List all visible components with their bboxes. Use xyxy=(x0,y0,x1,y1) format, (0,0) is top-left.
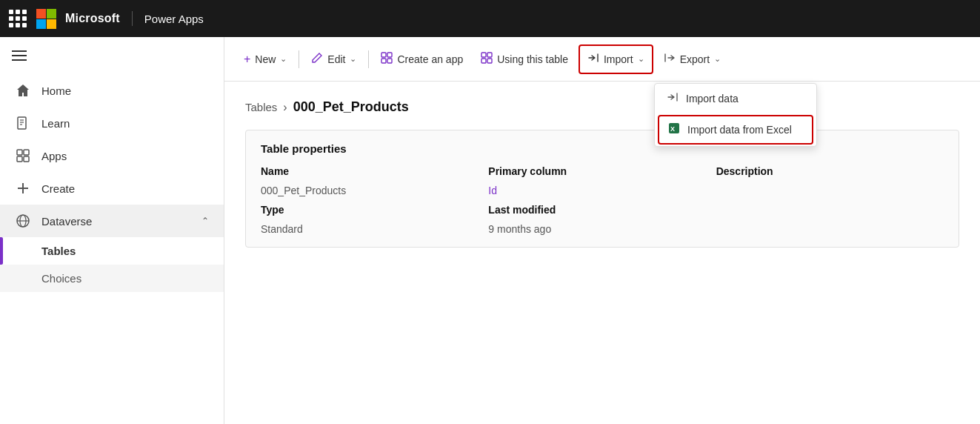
edit-label: Edit xyxy=(327,53,345,65)
import-data-icon xyxy=(667,91,679,106)
primary-col-value: Id xyxy=(488,185,716,196)
description-value xyxy=(716,185,944,196)
import-data-label: Import data xyxy=(686,93,739,105)
breadcrumb-current: 000_Pet_Products xyxy=(293,99,409,115)
svg-rect-6 xyxy=(17,156,22,162)
sidebar-nav: Home Learn Apps Create xyxy=(0,74,224,424)
svg-rect-14 xyxy=(387,53,392,57)
app-launcher-icon[interactable] xyxy=(9,10,27,27)
import-data-item[interactable]: Import data xyxy=(655,84,816,113)
props-grid: Name Primary column Description 000_Pet_… xyxy=(261,165,944,235)
using-table-button[interactable]: Using this table xyxy=(473,46,576,73)
create-app-label: Create an app xyxy=(397,53,463,65)
excel-icon: X xyxy=(668,122,680,137)
svg-rect-4 xyxy=(17,150,22,155)
import-label: Import xyxy=(604,53,633,65)
sidebar-label-create: Create xyxy=(41,182,75,195)
edit-pencil-icon xyxy=(311,52,323,67)
svg-rect-19 xyxy=(481,59,486,63)
new-chevron-icon: ⌄ xyxy=(280,54,287,64)
svg-rect-5 xyxy=(24,150,29,155)
topbar: Microsoft Power Apps xyxy=(0,0,980,37)
table-properties-section: Table properties Name Primary column Des… xyxy=(245,130,959,248)
sidebar-item-dataverse[interactable]: Dataverse ⌃ xyxy=(0,205,224,237)
toolbar-divider-2 xyxy=(368,50,369,68)
content-area: Tables › 000_Pet_Products Table properti… xyxy=(224,82,980,424)
create-app-icon xyxy=(381,52,393,67)
svg-rect-13 xyxy=(381,53,386,57)
app-name: Power Apps xyxy=(144,13,204,25)
last-modified-label: Last modified xyxy=(488,204,716,216)
name-value: 000_Pet_Products xyxy=(261,185,488,196)
export-button[interactable]: Export ⌄ xyxy=(656,46,728,73)
import-button[interactable]: Import ⌄ xyxy=(579,44,653,74)
sidebar-sub-label-tables: Tables xyxy=(41,245,76,257)
sidebar-label-home: Home xyxy=(41,85,71,97)
sidebar-label-dataverse: Dataverse xyxy=(41,215,92,228)
sidebar-item-learn[interactable]: Learn xyxy=(0,107,224,139)
svg-rect-15 xyxy=(381,59,386,63)
home-icon xyxy=(15,83,31,98)
using-table-label: Using this table xyxy=(497,53,568,65)
topbar-divider xyxy=(132,11,133,26)
layout: Home Learn Apps Create xyxy=(0,37,980,424)
breadcrumb: Tables › 000_Pet_Products xyxy=(245,99,959,115)
import-icon xyxy=(587,52,599,67)
svg-rect-16 xyxy=(387,59,392,63)
sidebar-sub-label-choices: Choices xyxy=(41,272,81,285)
svg-rect-18 xyxy=(487,53,492,57)
new-button[interactable]: + New ⌄ xyxy=(236,47,294,72)
svg-rect-20 xyxy=(487,59,492,63)
empty-cell xyxy=(716,204,944,216)
sidebar-item-home[interactable]: Home xyxy=(0,74,224,107)
sidebar-item-apps[interactable]: Apps xyxy=(0,139,224,172)
apps-icon xyxy=(15,148,31,163)
description-label: Description xyxy=(716,165,944,177)
table-props-title: Table properties xyxy=(261,142,944,155)
import-chevron-icon: ⌄ xyxy=(638,54,644,64)
toolbar: + New ⌄ Edit ⌄ Create an app xyxy=(224,37,980,82)
toolbar-divider-1 xyxy=(299,50,299,68)
svg-rect-17 xyxy=(481,53,486,57)
edit-button[interactable]: Edit ⌄ xyxy=(304,46,364,73)
svg-rect-7 xyxy=(24,156,29,162)
import-excel-label: Import data from Excel xyxy=(687,124,792,136)
create-app-button[interactable]: Create an app xyxy=(373,46,470,73)
sidebar-sub-item-choices[interactable]: Choices xyxy=(0,265,224,292)
hamburger-menu[interactable] xyxy=(0,37,224,74)
using-table-icon xyxy=(481,52,493,67)
chevron-up-icon: ⌃ xyxy=(201,216,209,226)
import-dropdown: Import data X Import data from Excel xyxy=(654,83,817,147)
book-icon xyxy=(15,116,31,130)
breadcrumb-separator: › xyxy=(283,101,287,114)
last-modified-value: 9 months ago xyxy=(488,223,716,235)
sidebar-sub-item-tables[interactable]: Tables xyxy=(0,237,224,265)
new-plus-icon: + xyxy=(244,53,250,66)
sidebar-label-learn: Learn xyxy=(41,117,70,130)
breadcrumb-parent[interactable]: Tables xyxy=(245,101,277,113)
main-content: + New ⌄ Edit ⌄ Create an app xyxy=(224,37,980,424)
sidebar: Home Learn Apps Create xyxy=(0,37,224,424)
brand-name: Microsoft xyxy=(65,12,120,25)
export-chevron-icon: ⌄ xyxy=(714,54,721,64)
new-label: New xyxy=(255,53,276,65)
import-excel-item[interactable]: X Import data from Excel xyxy=(658,115,813,145)
export-icon xyxy=(664,52,676,67)
edit-chevron-icon: ⌄ xyxy=(350,54,356,64)
create-icon xyxy=(15,181,31,196)
microsoft-logo xyxy=(36,8,56,29)
export-label: Export xyxy=(680,53,710,65)
sidebar-item-create[interactable]: Create xyxy=(0,172,224,205)
dataverse-icon xyxy=(15,213,31,228)
svg-text:X: X xyxy=(670,125,675,133)
type-value: Standard xyxy=(261,223,488,235)
type-label: Type xyxy=(261,204,488,216)
sidebar-label-apps: Apps xyxy=(41,150,67,162)
svg-rect-0 xyxy=(18,117,26,129)
name-label: Name xyxy=(261,165,488,177)
primary-col-label: Primary column xyxy=(488,165,716,177)
empty-cell-2 xyxy=(716,223,944,235)
